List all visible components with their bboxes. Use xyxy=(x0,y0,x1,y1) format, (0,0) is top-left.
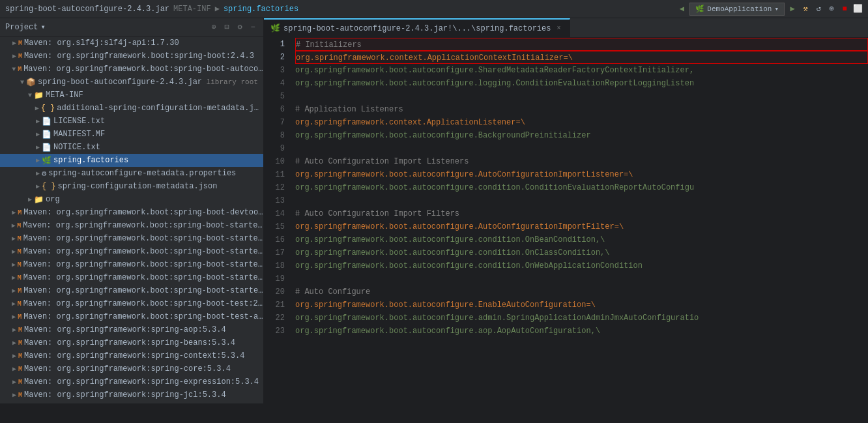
tree-item-license[interactable]: ▶📄LICENSE.txt xyxy=(0,115,263,128)
tree-item-label: spring.factories xyxy=(53,156,128,165)
tree-arrow-icon: ▶ xyxy=(34,169,42,177)
code-line-4: org.springframework.boot.autoconfigure.l… xyxy=(295,77,868,90)
code-line-15: org.springframework.boot.autoconfigure.A… xyxy=(295,220,868,233)
maven-icon: M xyxy=(18,392,22,399)
maven-icon: M xyxy=(18,366,22,373)
tree-item-spring-boot-starter-json[interactable]: ▶MMaven: org.springframework.boot:spring… xyxy=(0,232,263,245)
tab-label: spring-boot-autoconfigure-2.4.3.jar!\...… xyxy=(283,24,551,33)
tree-item-spring-boot-test-auto[interactable]: ▶MMaven: org.springframework.boot:spring… xyxy=(0,310,263,323)
title-bar-right: ◀ 🌿 DemoApplication ▾ ▶ ⚒ ↺ ⊕ ■ ⬜ xyxy=(676,3,863,16)
tree-item-label: Maven: org.springframework.boot:spring-b… xyxy=(23,208,263,217)
tree-item-org[interactable]: ▶📁org xyxy=(0,193,263,206)
tree-arrow-icon: ▶ xyxy=(10,326,18,334)
tree-item-spring-expression[interactable]: ▶MMaven: org.springframework:spring-expr… xyxy=(0,375,263,388)
line-number-6: 6 xyxy=(264,103,285,116)
tree-item-spring-core[interactable]: ▶MMaven: org.springframework:spring-core… xyxy=(0,362,263,375)
collapse-all-icon[interactable]: ⊟ xyxy=(222,22,232,33)
tree-item-spring-boot-starter-w[interactable]: ▶MMaven: org.springframework.boot:spring… xyxy=(0,284,263,297)
coverage-icon[interactable]: ⊕ xyxy=(826,4,837,14)
code-line-11: org.springframework.boot.autoconfigure.A… xyxy=(295,168,868,181)
tree-item-spring-boot-starter[interactable]: ▶MMaven: org.springframework.boot:spring… xyxy=(0,219,263,232)
line-number-23: 23 xyxy=(264,325,285,338)
stop-icon[interactable]: ■ xyxy=(839,4,850,14)
tree-arrow-icon: ▶ xyxy=(10,391,18,399)
code-line-21: org.springframework.boot.autoconfigure.E… xyxy=(295,299,868,312)
tree-item-spring-config-meta[interactable]: ▶{ }spring-configuration-metadata.json xyxy=(0,180,263,193)
sidebar-actions: ⊕ ⊟ ⚙ − xyxy=(209,22,258,33)
tree-item-additional-spring[interactable]: ▶{ }additional-spring-configuration-meta… xyxy=(0,102,263,115)
tree-item-label: Maven: org.springframework.boot:spring-b… xyxy=(23,65,263,74)
sidebar-title: Project ▾ xyxy=(5,22,46,32)
play-icon[interactable]: ▶ xyxy=(787,4,798,14)
code-line-8: org.springframework.boot.autoconfigure.B… xyxy=(295,129,868,142)
line-number-22: 22 xyxy=(264,312,285,325)
tree-item-spring-boot-starter-log[interactable]: ▶MMaven: org.springframework.boot:spring… xyxy=(0,245,263,258)
line-number-8: 8 xyxy=(264,129,285,142)
tree-item-label: Maven: org.springframework:spring-jcl:5.… xyxy=(24,390,226,400)
tree-arrow-icon: ▶ xyxy=(10,209,18,216)
maven-icon: M xyxy=(18,274,22,282)
tree-arrow-icon: ▶ xyxy=(10,248,17,255)
tree-item-spring-boot[interactable]: ▶MMaven: org.springframework.boot:spring… xyxy=(0,50,263,63)
json-icon: { } xyxy=(41,104,55,113)
tree-item-spring-boot-devtools[interactable]: ▶MMaven: org.springframework.boot:spring… xyxy=(0,206,263,219)
tree-item-spring-boot-starter-te[interactable]: ▶MMaven: org.springframework.boot:spring… xyxy=(0,258,263,271)
build-icon[interactable]: ⚒ xyxy=(800,4,811,14)
locate-file-icon[interactable]: ⊕ xyxy=(209,22,219,33)
maven-icon: M xyxy=(18,209,22,216)
line-number-7: 7 xyxy=(264,116,285,129)
tree-item-spring-boot-test[interactable]: ▶MMaven: org.springframework.boot:spring… xyxy=(0,297,263,310)
sync-icon[interactable]: ↺ xyxy=(813,4,824,14)
tree-item-spring-test[interactable]: ▶MMaven: org.springframework:spring-test… xyxy=(0,401,263,403)
tree-arrow-icon: ▶ xyxy=(10,222,17,229)
tree-arrow-icon: ▶ xyxy=(34,130,42,138)
tree-arrow-icon: ▶ xyxy=(10,365,18,373)
tree-arrow-icon: ▶ xyxy=(10,300,17,308)
tab-close-button[interactable]: × xyxy=(554,24,563,33)
code-content[interactable]: # Initializersorg.springframework.contex… xyxy=(290,38,868,403)
settings-icon[interactable]: ⚙ xyxy=(235,22,245,33)
tree-item-spring-autoconfigure-meta[interactable]: ▶⚙spring-autoconfigure-metadata.properti… xyxy=(0,167,263,180)
maven-icon: M xyxy=(18,300,22,308)
run-config-button[interactable]: 🌿 DemoApplication ▾ xyxy=(689,3,785,16)
tree-item-label: Maven: org.springframework:spring-contex… xyxy=(24,351,244,360)
properties-icon: ⚙ xyxy=(42,169,46,179)
maven-icon: M xyxy=(18,53,22,60)
maven-icon: M xyxy=(18,248,22,255)
code-line-22: org.springframework.boot.autoconfigure.a… xyxy=(295,312,868,325)
maven-icon: M xyxy=(18,287,22,295)
title-bar-left: spring-boot-autoconfigure-2.4.3.jar META… xyxy=(5,4,673,14)
txt-icon: 📄 xyxy=(42,117,51,126)
tree-item-spring-aop[interactable]: ▶MMaven: org.springframework:spring-aop:… xyxy=(0,323,263,336)
tree-item-spring-context[interactable]: ▶MMaven: org.springframework:spring-cont… xyxy=(0,349,263,362)
editor-tab-active[interactable]: 🌿 spring-boot-autoconfigure-2.4.3.jar!\.… xyxy=(264,18,570,38)
code-line-17: org.springframework.boot.autoconfigure.c… xyxy=(295,246,868,259)
tree-item-spring-beans[interactable]: ▶MMaven: org.springframework:spring-bean… xyxy=(0,336,263,349)
tree-item-label: org xyxy=(46,195,60,204)
tree-item-spring-factories[interactable]: ▶🌿spring.factories xyxy=(0,154,263,167)
title-sep1: META-INF xyxy=(173,5,211,14)
tree-arrow-icon: ▶ xyxy=(34,182,42,190)
line-number-20: 20 xyxy=(264,285,285,299)
tree-item-label: Maven: org.springframework.boot:spring-b… xyxy=(23,247,263,256)
title-factories: spring.factories xyxy=(224,5,298,14)
line-number-21: 21 xyxy=(264,299,285,312)
minimize-icon[interactable]: − xyxy=(248,22,258,33)
tree-item-notice[interactable]: ▶📄NOTICE.txt xyxy=(0,141,263,154)
tree-item-spring-jcl[interactable]: ▶MMaven: org.springframework:spring-jcl:… xyxy=(0,388,263,401)
tree-item-manifest[interactable]: ▶📄MANIFEST.MF xyxy=(0,128,263,141)
tree-item-slf4j-api[interactable]: ▶MMaven: org.slf4j:slf4j-api:1.7.30 xyxy=(0,36,263,50)
tree-arrow-icon: ▼ xyxy=(10,65,18,73)
tree-item-spring-boot-autoconf[interactable]: ▼MMaven: org.springframework.boot:spring… xyxy=(0,63,263,76)
tree-item-jar-root[interactable]: ▼📦spring-boot-autoconfigure-2.4.3.jar li… xyxy=(0,76,263,89)
maximize-icon[interactable]: ⬜ xyxy=(852,4,863,14)
line-number-1: 1 xyxy=(264,38,285,51)
nav-back-icon[interactable]: ◀ xyxy=(676,4,687,14)
tree-item-label: Maven: org.springframework.boot:spring-b… xyxy=(23,312,263,321)
editor-content: 1234567891011121314151617181920212223 # … xyxy=(264,38,868,403)
line-number-5: 5 xyxy=(264,90,285,103)
project-label: Project xyxy=(5,23,38,32)
tree-item-spring-boot-starter-to[interactable]: ▶MMaven: org.springframework.boot:spring… xyxy=(0,271,263,284)
tree-item-meta-inf[interactable]: ▼📁META-INF xyxy=(0,89,263,102)
code-line-13 xyxy=(295,194,868,207)
